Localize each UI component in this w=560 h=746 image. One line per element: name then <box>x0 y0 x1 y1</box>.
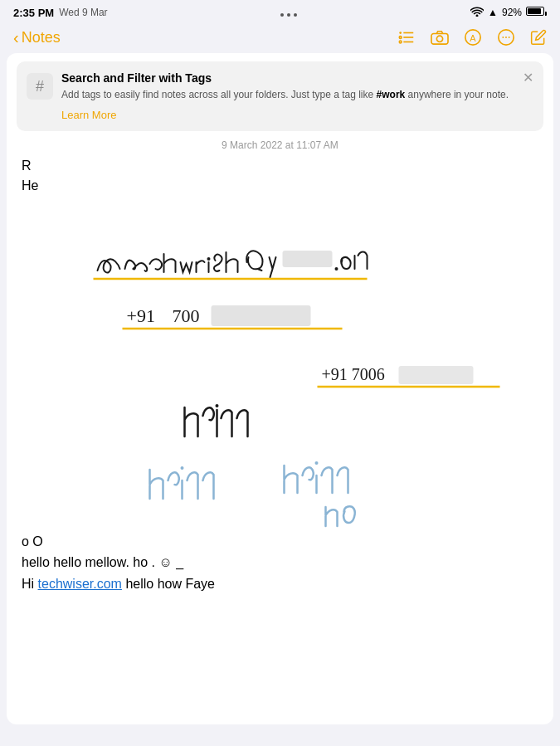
content-area: # Search and Filter with Tags Add tags t… <box>7 53 553 724</box>
note-line-r: R <box>22 156 538 176</box>
more-icon[interactable] <box>497 28 515 46</box>
svg-rect-25 <box>399 366 474 384</box>
svg-text:+91: +91 <box>127 305 155 326</box>
svg-point-4 <box>399 37 402 39</box>
nav-bar: ‹ Notes A <box>0 23 560 53</box>
tags-banner: # Search and Filter with Tags Add tags t… <box>17 61 543 131</box>
back-chevron-icon: ‹ <box>13 29 19 46</box>
svg-point-5 <box>399 41 402 43</box>
status-dots <box>280 8 297 17</box>
back-button[interactable]: ‹ Notes <box>13 29 61 46</box>
tags-example: #work <box>377 89 406 100</box>
svg-point-7 <box>436 36 442 41</box>
note-line-he: He <box>22 176 538 196</box>
handwriting-area: +91 700 +91 7006 <box>7 196 553 528</box>
status-bar: 2:35 PM Wed 9 Mar ▲ 92% <box>0 0 560 23</box>
svg-text:+91  7006: +91 7006 <box>322 365 385 383</box>
camera-icon[interactable] <box>431 29 449 46</box>
status-time: 2:35 PM <box>13 7 54 19</box>
bottom-line-1: o O <box>22 531 538 553</box>
techwiser-link[interactable]: techwiser.com <box>38 577 122 591</box>
learn-more-link[interactable]: Learn More <box>61 109 532 121</box>
wifi-icon <box>470 7 484 19</box>
battery-percentage: 92% <box>502 7 522 18</box>
bottom-line-3: Hi techwiser.com hello how Faye <box>22 573 538 595</box>
bottom-hi: Hi <box>22 577 38 591</box>
note-text-top: R He <box>7 156 553 196</box>
tags-content: Search and Filter with Tags Add tags to … <box>61 71 532 121</box>
compose-icon[interactable] <box>530 29 547 46</box>
markup-icon[interactable]: A <box>464 28 482 46</box>
svg-text:A: A <box>470 33 476 43</box>
svg-text:700: 700 <box>173 305 200 326</box>
tags-title: Search and Filter with Tags <box>61 71 532 85</box>
svg-point-26 <box>181 466 184 470</box>
tags-desc: Add tags to easily find notes across all… <box>61 88 532 102</box>
back-label: Notes <box>22 29 61 46</box>
bottom-suffix: hello how Faye <box>122 577 215 591</box>
tags-hash-icon: # <box>27 73 53 100</box>
svg-point-3 <box>399 32 402 34</box>
svg-point-17 <box>335 267 338 271</box>
svg-point-22 <box>216 404 219 407</box>
close-icon[interactable]: ✕ <box>523 70 533 85</box>
status-icons: ▲ 92% <box>470 7 547 19</box>
status-date: Wed 9 Mar <box>59 7 107 18</box>
bottom-line-2: hello hello mellow. ho . ☺ _ <box>22 552 538 573</box>
svg-point-13 <box>509 37 510 38</box>
filter-icon[interactable] <box>397 28 416 46</box>
signal-icon: ▲ <box>488 7 498 18</box>
svg-point-12 <box>505 37 507 38</box>
bottom-text: o O hello hello mellow. ho . ☺ _ Hi tech… <box>7 531 553 595</box>
timestamp: 9 March 2022 at 11:07 AM <box>7 139 553 151</box>
svg-rect-21 <box>212 305 311 326</box>
svg-point-15 <box>207 257 211 261</box>
svg-point-11 <box>502 37 504 38</box>
svg-rect-16 <box>283 251 333 267</box>
nav-icons: A <box>397 28 547 46</box>
svg-point-27 <box>315 461 319 465</box>
battery-icon <box>526 7 547 18</box>
